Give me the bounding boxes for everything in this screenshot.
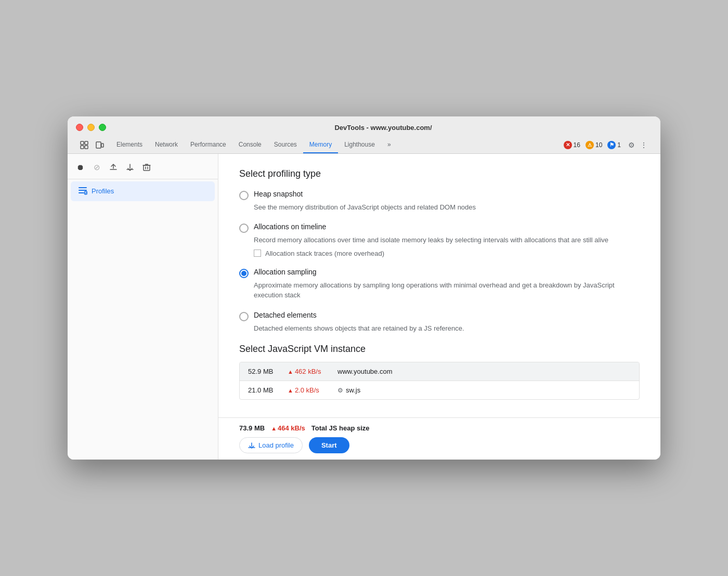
vm-rate-youtube: ▲ 462 kB/s [288,368,329,375]
vm-rate-youtube-value: 462 kB/s [295,368,321,375]
vm-name-youtube: www.youtube.com [337,368,393,375]
option-allocations-timeline: Allocations on timeline Record memory al… [239,222,640,257]
more-options-icon[interactable]: ⋮ [638,139,650,151]
sidebar-toolbar: ⏺ ⊘ [68,158,218,179]
main-layout: ⏺ ⊘ [68,154,660,460]
devtools-tabbar: Elements Network Performance Console Sou… [76,137,652,153]
vm-mem-swjs: 21.0 MB [248,386,279,394]
svg-rect-2 [81,146,84,149]
radio-detached-elements[interactable] [239,312,249,321]
vm-swjs-url: sw.js [346,386,360,394]
profiling-section-title: Select profiling type [239,168,640,179]
load-profile-label: Load profile [258,441,294,449]
tab-memory[interactable]: Memory [303,137,338,153]
allocation-stack-traces-checkbox[interactable] [254,250,261,257]
heap-snapshot-label: Heap snapshot [254,190,303,198]
tab-sources[interactable]: Sources [268,137,303,153]
sw-gear-icon: ⚙ [337,387,343,394]
fullscreen-button[interactable] [99,124,106,131]
total-heap-mb: 73.9 MB [239,424,265,432]
vm-rate-swjs: ▲ 2.0 kB/s [288,386,329,394]
allocations-timeline-label: Allocations on timeline [254,222,326,231]
vm-row-swjs[interactable]: 21.0 MB ▲ 2.0 kB/s ⚙ sw.js [240,381,639,399]
heap-info: 73.9 MB ▲ 464 kB/s Total JS heap size [239,424,640,432]
devtools-error-badges: ✕ 16 ⚠ 10 ⚑ 1 [564,141,621,149]
allocation-sampling-label: Allocation sampling [254,268,317,276]
total-heap-rate: ▲ 464 kB/s [271,424,305,432]
radio-allocation-sampling[interactable] [239,269,249,278]
error-badge[interactable]: ✕ 16 [564,141,580,149]
detached-elements-desc: Detached elements shows objects that are… [254,323,640,334]
option-detached-elements: Detached elements Detached elements show… [239,311,640,334]
vm-section-title: Select JavaScript VM instance [239,344,640,355]
record-button[interactable]: ⏺ [73,160,87,175]
sidebar: ⏺ ⊘ [68,154,218,460]
start-button[interactable]: Start [309,437,349,453]
total-heap-label: Total JS heap size [311,424,370,432]
devtools-left-icons [78,139,106,151]
svg-rect-6 [144,165,150,171]
warning-badge[interactable]: ⚠ 10 [586,141,602,149]
warning-count: 10 [595,141,602,149]
info-icon: ⚑ [607,141,616,149]
stop-button[interactable]: ⊘ [89,160,104,175]
minimize-button[interactable] [87,124,95,131]
vm-name-swjs: ⚙ sw.js [337,386,360,394]
radio-heap-snapshot[interactable] [239,191,249,200]
heap-rate-value: 464 kB/s [278,424,305,432]
svg-point-10 [84,191,87,194]
titlebar: DevTools - www.youtube.com/ [68,116,660,154]
window-title: DevTools - www.youtube.com/ [114,124,652,132]
download-button[interactable] [123,160,137,175]
info-badge[interactable]: ⚑ 1 [607,141,621,149]
svg-rect-5 [101,143,103,147]
allocation-stack-traces-row: Allocation stack traces (more overhead) [254,250,640,257]
detached-elements-label: Detached elements [254,311,317,319]
vm-rate-swjs-value: 2.0 kB/s [295,386,319,394]
vm-youtube-url: www.youtube.com [337,368,393,375]
settings-icon[interactable]: ⚙ [625,139,638,151]
allocation-stack-traces-label: Allocation stack traces (more overhead) [265,250,384,257]
traffic-lights [76,124,106,131]
svg-rect-8 [79,190,87,191]
warning-icon: ⚠ [586,141,594,149]
allocation-sampling-desc: Approximate memory allocations by sampli… [254,280,640,300]
option-allocation-sampling: Allocation sampling Approximate memory a… [239,268,640,300]
tab-lighthouse[interactable]: Lighthouse [338,137,381,153]
svg-rect-9 [79,192,84,193]
allocations-timeline-desc: Record memory allocations over time and … [254,235,640,245]
clear-button[interactable] [139,160,154,175]
arrow-up-icon: ▲ [288,369,293,375]
error-icon: ✕ [564,141,572,149]
radio-allocations-timeline[interactable] [239,224,249,233]
upload-button[interactable] [106,160,121,175]
device-toolbar-icon[interactable] [94,139,106,151]
load-profile-button[interactable]: Load profile [239,437,303,453]
profiles-icon [78,186,87,197]
close-button[interactable] [76,124,83,131]
tab-console[interactable]: Console [232,137,268,153]
element-picker-icon[interactable] [78,139,90,151]
option-heap-snapshot: Heap snapshot See the memory distributio… [239,190,640,213]
heap-arrow-up-icon: ▲ [271,425,277,431]
content-area: Select profiling type Heap snapshot See … [218,154,660,418]
tab-network[interactable]: Network [149,137,184,153]
svg-rect-7 [79,187,87,188]
devtools-window: DevTools - www.youtube.com/ [68,116,660,460]
sidebar-item-profiles[interactable]: Profiles [71,181,215,201]
svg-rect-1 [85,141,88,145]
tab-performance[interactable]: Performance [184,137,232,153]
footer-buttons: Load profile Start [239,437,640,453]
footer: 73.9 MB ▲ 464 kB/s Total JS heap size Lo… [218,417,660,460]
vm-row-youtube[interactable]: 52.9 MB ▲ 462 kB/s www.youtube.com [240,362,639,381]
svg-rect-0 [81,141,84,145]
error-count: 16 [574,141,580,149]
vm-table: 52.9 MB ▲ 462 kB/s www.youtube.com 21.0 … [239,362,640,400]
vm-mem-youtube: 52.9 MB [248,368,279,375]
tab-more[interactable]: » [381,137,397,153]
arrow-up-icon-2: ▲ [288,387,293,394]
tab-elements[interactable]: Elements [110,137,149,153]
heap-snapshot-desc: See the memory distribution of JavaScrip… [254,202,640,213]
svg-rect-3 [85,146,88,149]
svg-rect-4 [96,142,101,148]
